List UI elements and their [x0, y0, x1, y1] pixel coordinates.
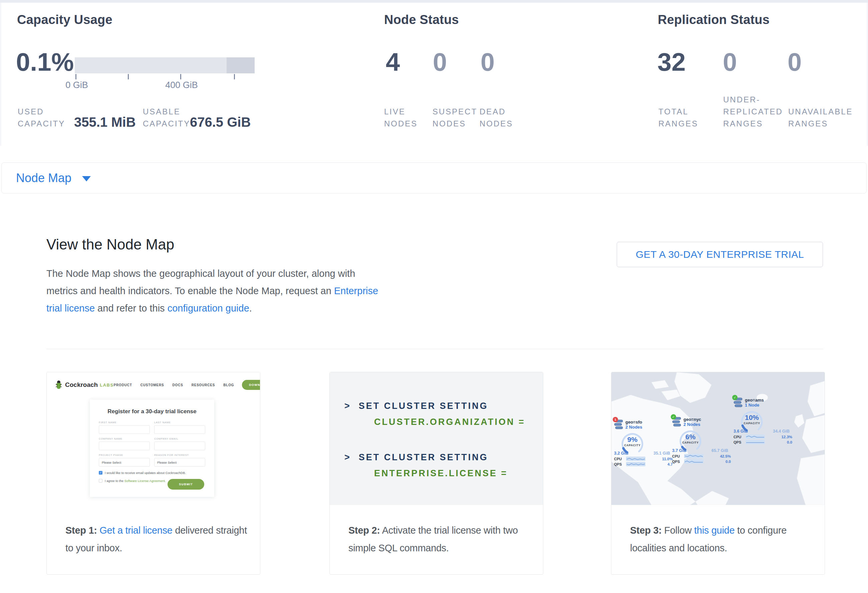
mini-site-header: Cockroach LABS PRODUCT CUSTOMERS DOCS RE… [55, 378, 252, 392]
capacity-axis-tick [234, 74, 235, 79]
trial-license-form: Register for a 30-day trial license FIRS… [90, 400, 214, 497]
qps-stat-row: QPS 4.7 [614, 462, 673, 466]
qps-sparkline [745, 440, 765, 444]
qps-stat-row: QPS 0.0 [734, 440, 792, 444]
locality-node-count: 1 Node [745, 403, 764, 408]
capacity-axis-tick [75, 74, 77, 79]
capacity-usage-title: Capacity Usage [17, 13, 112, 27]
locality-node-count: 2 Nodes [625, 425, 642, 430]
used-capacity-label: USED CAPACITY [18, 106, 65, 130]
error-badge-icon: 1 [613, 417, 618, 422]
step1-screenshot: Cockroach LABS PRODUCT CUSTOMERS DOCS RE… [47, 372, 260, 516]
enterprise-trial-license-link[interactable]: Enterprise [334, 285, 378, 296]
download-button: DOWNLOAD [242, 380, 260, 390]
dead-nodes-label: DEAD NODES [480, 106, 513, 130]
sql-line-3: > SET CLUSTER SETTING [344, 452, 488, 463]
step2-caption: Step 2: Activate the trial license with … [348, 522, 535, 557]
capacity-bar-dark-segment [227, 57, 255, 74]
capacity-gauge: 10% CAPACITY [740, 409, 764, 434]
nav-item-docs: DOCS [173, 383, 183, 387]
submit-button: SUBMIT [168, 479, 204, 490]
map-node-nyc: ✓ geo=nyc 2 Nodes [672, 417, 732, 464]
capacity-gauge: 6% CAPACITY [678, 429, 703, 453]
healthy-badge-icon: ✓ [732, 395, 738, 400]
cpu-stat-row: CPU 11.0% [614, 456, 673, 461]
capacity-used-percent: 0.1% [16, 49, 74, 75]
last-name-field: LAST NAME [154, 421, 205, 434]
form-title: Register for a 30-day trial license [99, 408, 205, 415]
nav-item-customers: CUSTOMERS [140, 383, 164, 387]
cockroach-bug-icon [55, 380, 63, 390]
capacity-axis-label-400: 400 GiB [165, 80, 198, 90]
map-node-sfo: 1 geo=sfo 2 Nodes [614, 419, 674, 466]
cpu-sparkline [684, 454, 704, 458]
stats-band: Capacity Usage 0.1% 0 GiB 400 GiB USED C… [0, 3, 868, 146]
this-guide-link[interactable]: this guide [694, 525, 735, 536]
email-updates-checkbox-row: ✓ I would like to receive email updates … [99, 471, 205, 475]
get-enterprise-trial-button[interactable]: GET A 30-DAY ENTERPRISE TRIAL [617, 242, 823, 267]
locality-id: geo=ams [745, 397, 764, 403]
unavailable-ranges-value: 0 [788, 49, 802, 75]
qps-sparkline [684, 459, 704, 464]
node-map-dropdown[interactable]: Node Map [1, 162, 867, 193]
unavailable-ranges-label: UNAVAILABLE RANGES [788, 106, 853, 130]
suspect-nodes-label: SUSPECT NODES [433, 106, 477, 130]
intro-paragraph: The Node Map shows the geographical layo… [46, 265, 480, 317]
page-title: View the Node Map [46, 236, 174, 253]
software-license-agreement-link: Software License Agreement. [124, 479, 166, 483]
step2-code-panel: > SET CLUSTER SETTING CLUSTER.ORGANIZATI… [330, 372, 543, 505]
dead-nodes-value: 0 [481, 49, 495, 75]
cpu-stat-row: CPU 42.5% [672, 454, 731, 458]
top-strip [0, 0, 868, 3]
chevron-down-icon[interactable] [82, 176, 91, 181]
first-name-field: FIRST NAME [99, 421, 150, 434]
cockroach-labs-logo: Cockroach LABS [55, 380, 114, 390]
capacity-gauge: 9% CAPACITY [620, 431, 645, 456]
qps-sparkline [626, 462, 645, 466]
node-status-title: Node Status [384, 13, 459, 27]
reason-for-interest-select: REASON FOR INTEREST Please Select [154, 453, 205, 466]
step2-card: > SET CLUSTER SETTING CLUSTER.ORGANIZATI… [329, 372, 543, 575]
sql-line-1: > SET CLUSTER SETTING [344, 401, 488, 411]
live-nodes-label: LIVE NODES [384, 106, 418, 130]
total-ranges-label: TOTAL RANGES [658, 106, 698, 130]
usable-capacity-value: 676.5 GiB [190, 115, 251, 130]
capacity-axis-tick [180, 74, 181, 79]
suspect-nodes-value: 0 [433, 49, 447, 75]
map-node-ams: ✓ geo=ams 1 Node [734, 397, 794, 444]
sql-line-2: CLUSTER.ORGANIZATION = [374, 417, 525, 427]
total-ranges-value: 32 [657, 49, 686, 75]
healthy-badge-icon: ✓ [671, 414, 676, 419]
nav-item-product: PRODUCT [114, 383, 132, 387]
cluster-summary-panel: Capacity Usage 0.1% 0 GiB 400 GiB USED C… [1, 3, 867, 146]
step3-caption: Step 3: Follow this guide to configure l… [630, 522, 816, 557]
cpu-sparkline [745, 434, 765, 439]
step1-card: Cockroach LABS PRODUCT CUSTOMERS DOCS RE… [46, 372, 260, 575]
step1-caption: Step 1: Get a trial license delivered st… [65, 522, 252, 557]
enterprise-trial-license-link[interactable]: trial license [46, 303, 95, 313]
live-nodes-value: 4 [386, 49, 400, 75]
capacity-axis-label-0: 0 GiB [65, 80, 88, 90]
capacity-axis-tick [128, 74, 129, 79]
get-trial-license-link[interactable]: Get a trial license [99, 525, 172, 536]
node-map-preview: 1 geo=sfo 2 Nodes [611, 372, 825, 505]
usable-capacity-label: USABLE CAPACITY [143, 106, 190, 130]
step3-card: 1 geo=sfo 2 Nodes [611, 372, 825, 575]
divider [46, 349, 823, 349]
sql-line-4: ENTERPRISE.LICENSE = [374, 468, 508, 478]
replication-status-title: Replication Status [658, 13, 769, 27]
nav-item-blog: BLOG [223, 383, 234, 387]
company-email-field: COMPANY EMAIL [154, 437, 205, 450]
node-map-intro-section: View the Node Map The Node Map shows the… [0, 193, 868, 593]
configuration-guide-link[interactable]: configuration guide [168, 303, 249, 313]
used-capacity-value: 355.1 MiB [74, 115, 136, 130]
unchecked-checkbox-icon [99, 479, 102, 483]
under-replicated-ranges-label: UNDER- REPLICATED RANGES [723, 94, 783, 130]
qps-stat-row: QPS 0.0 [672, 459, 731, 464]
company-name-field: COMPANY NAME [99, 437, 150, 450]
cpu-sparkline [626, 456, 645, 461]
node-map-dropdown-label[interactable]: Node Map [16, 171, 71, 185]
under-replicated-ranges-value: 0 [723, 49, 737, 75]
locality-id: geo=sfo [625, 419, 642, 425]
mini-site-nav: PRODUCT CUSTOMERS DOCS RESOURCES BLOG [114, 383, 234, 387]
